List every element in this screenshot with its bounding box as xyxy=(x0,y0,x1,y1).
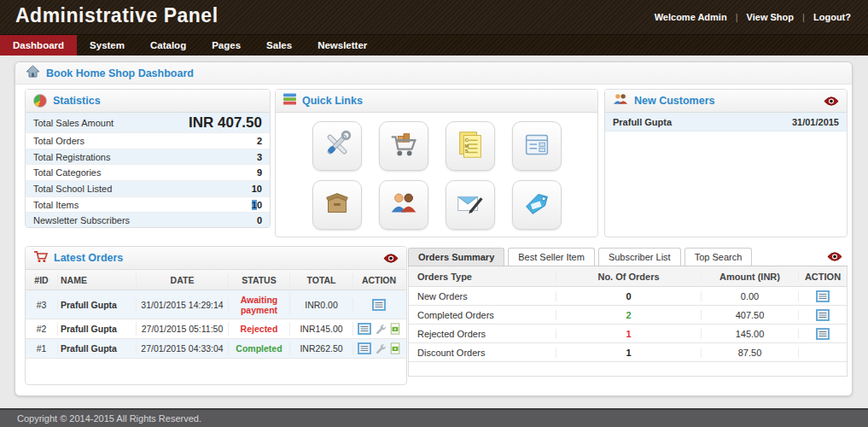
quicklink-settings-button[interactable] xyxy=(312,121,362,171)
statistics-header: Statistics xyxy=(26,90,270,113)
tab-best-seller-item[interactable]: Best Seller Item xyxy=(508,248,595,266)
stat-value: 0 xyxy=(257,215,262,225)
edit-order-wrench-icon[interactable] xyxy=(375,343,386,354)
stat-row: Total Categories 9 xyxy=(26,165,270,181)
new-customers-header: New Customers xyxy=(605,90,847,113)
eye-icon[interactable] xyxy=(383,253,399,264)
stat-label: Total Orders xyxy=(33,136,84,146)
orders-type: Rejected Orders xyxy=(409,329,556,339)
tab-top-search[interactable]: Top Search xyxy=(684,248,753,266)
orders-count: 1 xyxy=(556,348,702,358)
nav-item-system[interactable]: System xyxy=(77,35,137,56)
svg-text:C: C xyxy=(464,137,468,143)
welcome-admin-link[interactable]: Welcome Admin xyxy=(651,12,731,22)
column-header-no-of-orders: No. Of Orders xyxy=(556,272,702,282)
view-orders-icon[interactable] xyxy=(816,290,830,302)
breadcrumb-title: Book Home Shop Dashboard xyxy=(46,67,194,79)
order-name: Prafull Gupta xyxy=(58,322,137,336)
admin-dashboard-page: Administrative Panel Welcome Admin | Vie… xyxy=(0,0,868,427)
logout-link[interactable]: Logout? xyxy=(810,12,854,22)
orders-summary-row: Discount Orders 1 87.50 xyxy=(409,343,847,362)
orders-type: Discount Orders xyxy=(409,348,556,358)
quicklink-customers-button[interactable] xyxy=(379,180,428,230)
nav-item-pages[interactable]: Pages xyxy=(199,35,253,56)
view-order-icon[interactable] xyxy=(358,342,371,354)
quicklink-catalog-button[interactable] xyxy=(379,121,428,171)
stat-value-rest: 0 xyxy=(257,200,262,210)
form-icon xyxy=(521,128,553,164)
nav-item-newsletter[interactable]: Newsletter xyxy=(305,35,380,56)
view-order-icon[interactable] xyxy=(372,299,386,311)
order-row: #2 Prafull Gupta 27/01/2015 05:11:50 Rej… xyxy=(26,319,406,339)
view-orders-icon[interactable] xyxy=(816,328,830,340)
tab-orders-summary[interactable]: Orders Summary xyxy=(408,248,504,266)
invoice-icon[interactable] xyxy=(389,342,401,354)
tools-icon xyxy=(321,128,353,164)
tab-subscriber-list[interactable]: Subscriber List xyxy=(598,248,681,266)
orders-amount: 145.00 xyxy=(702,329,799,339)
cart-icon xyxy=(387,128,420,164)
stat-label: Newsletter Subscribers xyxy=(33,215,130,225)
stat-value: 9 xyxy=(257,167,262,178)
latest-orders-table: #ID NAME DATE STATUS TOTAL ACTION #3 Pra… xyxy=(26,270,406,359)
column-header-date: DATE xyxy=(137,273,229,287)
latest-orders-header-row: #ID NAME DATE STATUS TOTAL ACTION xyxy=(26,270,406,290)
column-header-amount: Amount (INR) xyxy=(702,272,799,282)
order-total: INR0.00 xyxy=(290,298,353,312)
home-icon xyxy=(26,65,40,81)
orders-amount: 87.50 xyxy=(702,348,799,358)
stat-row: Newsletter Subscribers 0 xyxy=(26,213,270,228)
breadcrumb: Book Home Shop Dashboard xyxy=(15,62,852,85)
quicklink-orders-button[interactable] xyxy=(312,180,362,230)
quicklink-cms-button[interactable]: C M S xyxy=(446,121,495,171)
view-order-icon[interactable] xyxy=(358,323,371,335)
latest-orders-header: Latest Orders xyxy=(26,247,406,270)
order-row: #1 Prafull Gupta 27/01/2015 04:33:04 Com… xyxy=(26,339,406,359)
order-id: #3 xyxy=(26,298,58,312)
cart-icon xyxy=(33,250,48,266)
orders-action xyxy=(799,290,847,302)
quicklink-coupons-button[interactable] xyxy=(512,180,562,230)
order-date: 31/01/2015 14:29:14 xyxy=(137,298,229,312)
package-icon xyxy=(321,187,353,223)
quick-links-title: Quick Links xyxy=(302,95,363,107)
top-header: Administrative Panel Welcome Admin | Vie… xyxy=(0,0,868,34)
stacked-bars-icon xyxy=(283,93,296,108)
orders-summary-row: Completed Orders 2 407.50 xyxy=(409,306,847,325)
order-name: Prafull Gupta xyxy=(58,342,137,355)
orders-count: 0 xyxy=(556,291,702,301)
user-links: Welcome Admin | View Shop | Logout? xyxy=(651,12,854,22)
stat-label: Total Registrations xyxy=(33,152,111,162)
orders-count: 2 xyxy=(556,310,702,320)
order-date: 27/01/2015 05:11:50 xyxy=(137,322,229,336)
stat-row: Total Items 10 xyxy=(26,197,270,214)
quicklink-forms-button[interactable] xyxy=(512,121,562,171)
new-customers-title: New Customers xyxy=(634,95,714,107)
invoice-icon[interactable] xyxy=(389,323,401,335)
nav-item-sales[interactable]: Sales xyxy=(253,35,305,56)
order-status: Awaiting payment xyxy=(229,293,290,317)
orders-amount: 407.50 xyxy=(702,310,799,320)
order-actions xyxy=(353,341,405,356)
order-status: Rejected xyxy=(229,322,290,336)
quicklink-newsletter-button[interactable] xyxy=(446,180,495,230)
stat-label: Total School Listed xyxy=(33,184,112,194)
edit-order-wrench-icon[interactable] xyxy=(375,324,386,335)
order-actions xyxy=(353,321,405,336)
customer-date: 31/01/2015 xyxy=(792,117,839,127)
nav-item-dashboard[interactable]: Dashboard xyxy=(0,35,77,56)
view-shop-link[interactable]: View Shop xyxy=(743,12,797,22)
copyright-text: Copyright © 2014-2015 All Rights Reserve… xyxy=(17,413,201,424)
newsletter-icon xyxy=(454,187,486,223)
cms-pages-icon: C M S xyxy=(454,128,486,164)
eye-icon[interactable] xyxy=(827,251,842,262)
eye-icon[interactable] xyxy=(824,96,839,107)
view-orders-icon[interactable] xyxy=(816,309,830,321)
customer-name: Prafull Gupta xyxy=(613,117,672,127)
stat-row: Total Sales Amount INR 407.50 xyxy=(26,113,270,133)
nav-item-catalog[interactable]: Catalog xyxy=(137,35,199,56)
statistics-rows: Total Sales Amount INR 407.50 Total Orde… xyxy=(26,113,270,228)
customer-row: Prafull Gupta 31/01/2015 xyxy=(605,113,847,132)
column-header-orders-type: Orders Type xyxy=(409,272,556,282)
table-footer-space xyxy=(409,362,847,376)
